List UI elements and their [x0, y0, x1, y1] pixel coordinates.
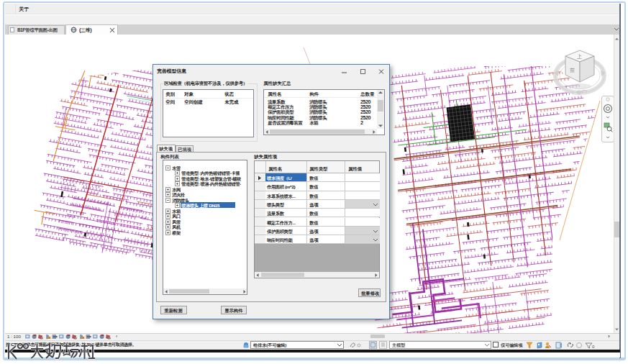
svg-text:前: 前 [570, 68, 575, 73]
svg-text:0: 0 [592, 345, 595, 349]
svg-text:上: 上 [577, 54, 582, 59]
